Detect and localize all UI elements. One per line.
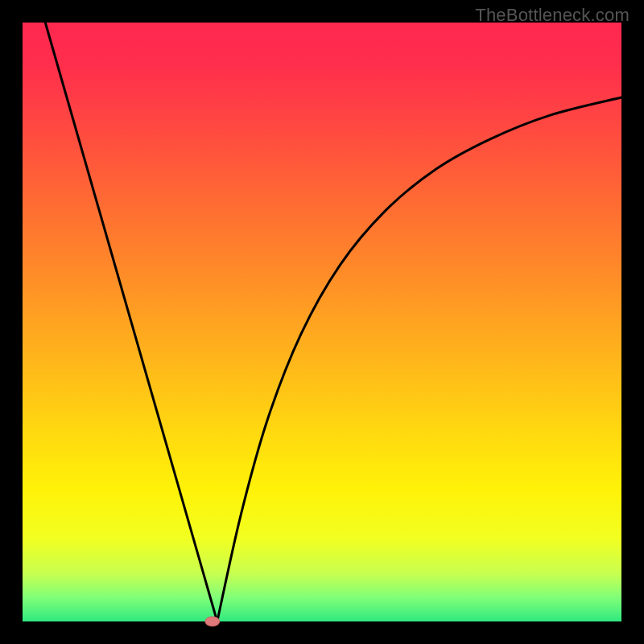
min-point-marker (205, 617, 220, 626)
chart-frame: TheBottleneck.com (0, 0, 644, 644)
plot-background (23, 23, 621, 621)
chart-canvas (0, 0, 644, 644)
watermark-text: TheBottleneck.com (475, 5, 630, 26)
